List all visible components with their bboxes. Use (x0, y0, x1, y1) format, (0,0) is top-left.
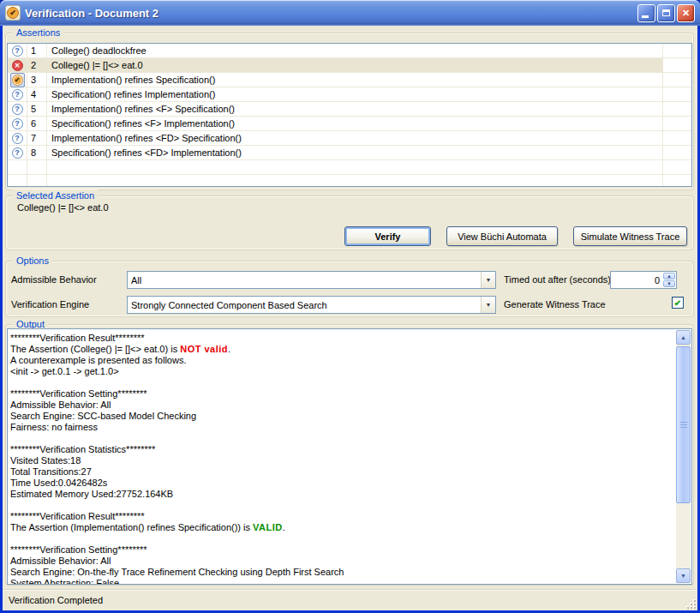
timeout-spinner: ▲ ▼ (610, 271, 677, 289)
status-cell: ? (8, 102, 27, 116)
status-cell: ? (8, 131, 27, 145)
output-line: Time Used:0.0426482s (10, 478, 675, 489)
options-group-label: Options (13, 255, 52, 267)
vertical-scrollbar[interactable]: ▲ ▼ (676, 330, 691, 583)
assertions-grid[interactable]: ?1College() deadlockfree✕2College() |= [… (7, 43, 692, 187)
title-bar[interactable]: ✔ Verification - Document 2 ✕ (0, 0, 700, 26)
selected-assertion-group-label: Selected Assertion (13, 189, 98, 201)
maximize-button[interactable] (657, 4, 675, 22)
verification-engine-value: Strongly Connected Component Based Searc… (131, 300, 327, 310)
app-icon: ✔ (5, 5, 21, 21)
row-end-cell (663, 175, 691, 187)
assertion-text: Specification() refines Implementation() (47, 87, 663, 101)
scroll-up-button[interactable]: ▲ (676, 330, 691, 345)
question-icon: ? (12, 45, 23, 57)
status-icon-cell: ? (10, 102, 25, 117)
assertion-text: Specification() refines <F> Implementati… (47, 117, 663, 130)
question-icon: ? (12, 147, 23, 159)
scroll-down-button[interactable]: ▼ (676, 568, 691, 583)
output-line: ********Verification Statistics******** (10, 444, 675, 455)
timeout-input[interactable] (611, 272, 662, 288)
assertion-text: Specification() refines <FD> Implementat… (47, 146, 663, 159)
output-line (10, 533, 675, 544)
close-button[interactable]: ✕ (677, 4, 695, 22)
status-text: Verification Completed (9, 595, 103, 605)
assertion-text: College() |= []<> eat.0 (47, 58, 663, 72)
admissible-behavior-select[interactable]: All ▼ (127, 271, 496, 289)
status-icon-cell: ? (10, 44, 25, 58)
output-line: Admissible Behavior: All (10, 400, 675, 411)
app-check-icon: ✔ (7, 7, 19, 19)
output-line: The Assertion (College() |= []<> eat.0) … (10, 344, 675, 355)
output-log: ********Verification Result********The A… (10, 333, 675, 584)
output-box[interactable]: ********Verification Result********The A… (7, 328, 692, 585)
output-line (10, 500, 675, 511)
output-line: ********Verification Result******** (10, 333, 675, 344)
output-line (10, 433, 675, 444)
assertion-row[interactable]: ✔3Implementation() refines Specification… (8, 73, 691, 87)
timeout-label: Timed out after (seconds) (504, 271, 611, 289)
checkbox-check-icon: ✔ (674, 298, 681, 308)
assertion-row[interactable]: ?8Specification() refines <FD> Implement… (8, 146, 691, 160)
output-line: ********Verification Result******** (10, 511, 675, 522)
verification-engine-label: Verification Engine (11, 296, 89, 314)
verification-window: ✔ Verification - Document 2 ✕ Assertions… (0, 0, 700, 613)
row-end-cell (663, 58, 691, 72)
row-number (27, 175, 47, 187)
status-icon-cell: ? (10, 117, 25, 131)
scroll-thumb[interactable] (676, 346, 691, 503)
assertion-row[interactable]: ✕2College() |= []<> eat.0 (8, 58, 691, 73)
output-line: ********Verification Setting******** (10, 544, 675, 556)
output-line: Admissible Behavior: All (10, 556, 675, 567)
output-line: Search Engine: SCC-based Model Checking (10, 411, 675, 422)
row-end-cell (663, 146, 691, 159)
output-line: The Assertion (Implementation() refines … (10, 522, 675, 533)
output-line: <init -> get.0.1 -> get.1.0> (10, 366, 675, 377)
admissible-behavior-value: All (131, 275, 141, 285)
row-end-cell (663, 131, 691, 145)
empty-row (8, 175, 691, 187)
minimize-button[interactable] (637, 4, 655, 22)
assertion-text (47, 160, 663, 174)
output-line: A counterexample is presented as follows… (10, 355, 675, 366)
simulate-witness-trace-button[interactable]: Simulate Witness Trace (573, 226, 687, 246)
status-icon-cell: ✕ (10, 58, 25, 73)
assertion-text: Implementation() refines <F> Specificati… (47, 102, 663, 116)
status-cell: ✕ (8, 58, 27, 72)
assertion-text (47, 175, 663, 187)
spinner-up-button[interactable]: ▲ (663, 273, 675, 279)
status-cell: ? (8, 87, 27, 101)
assertion-row[interactable]: ?1College() deadlockfree (8, 44, 691, 58)
output-line: Estimated Memory Used:27752.164KB (10, 489, 675, 500)
assertion-row[interactable]: ?4Specification() refines Implementation… (8, 87, 691, 102)
row-number: 5 (27, 102, 47, 116)
empty-row (8, 160, 691, 175)
verify-button[interactable]: Verify (344, 226, 431, 246)
row-number: 2 (27, 58, 47, 72)
assertion-row[interactable]: ?7Implementation() refines <FD> Specific… (8, 131, 691, 146)
verification-engine-select[interactable]: Strongly Connected Component Based Searc… (127, 296, 496, 314)
output-line: Search Engine: On-the-fly Trace Refineme… (10, 567, 675, 578)
assertion-row[interactable]: ?6Specification() refines <F> Implementa… (8, 117, 691, 131)
status-bar: Verification Completed (3, 589, 697, 610)
row-number: 6 (27, 117, 47, 130)
generate-witness-checkbox[interactable]: ✔ (672, 297, 684, 309)
close-icon: ✕ (682, 9, 690, 18)
view-buchi-automata-button[interactable]: View Büchi Automata (446, 226, 558, 246)
assertion-text: Implementation() refines <FD> Specificat… (47, 131, 663, 145)
status-cell: ? (8, 44, 27, 57)
check-icon: ✔ (12, 75, 23, 86)
resize-grip[interactable] (685, 598, 696, 609)
question-icon: ? (12, 104, 23, 115)
row-end-cell (663, 44, 691, 57)
output-line: Total Transitions:27 (10, 466, 675, 478)
chevron-down-icon: ▼ (481, 272, 495, 288)
spinner-down-button[interactable]: ▼ (663, 280, 675, 287)
generate-witness-label: Generate Witness Trace (504, 296, 606, 314)
row-end-cell (663, 102, 691, 116)
status-cell (8, 175, 27, 187)
status-cell (8, 160, 27, 174)
selected-assertion-text: College() |= []<> eat.0 (17, 202, 109, 213)
output-line (10, 377, 675, 388)
assertion-row[interactable]: ?5Implementation() refines <F> Specifica… (8, 102, 691, 117)
